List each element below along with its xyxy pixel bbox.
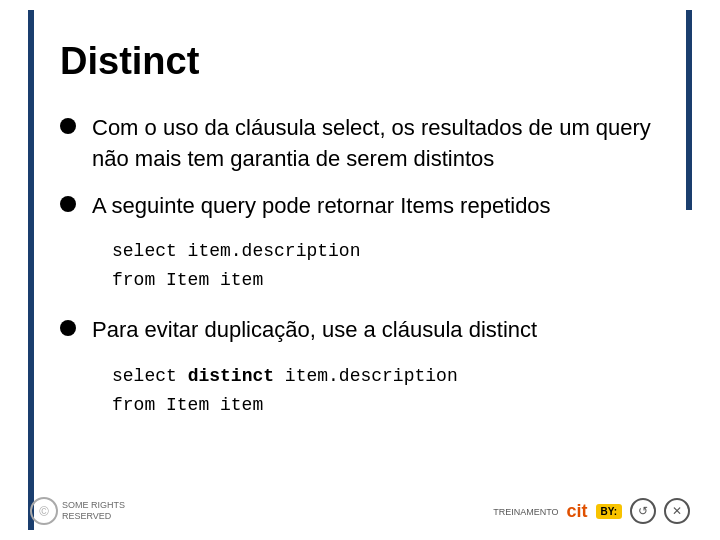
code-block-2: select distinct item.description from It… — [112, 362, 670, 420]
code-line-2b: from Item item — [112, 391, 670, 420]
code-item-desc: item.description — [274, 366, 458, 386]
code-distinct-keyword: distinct — [188, 366, 274, 386]
code-line-1a: select item.description — [112, 237, 670, 266]
slide-title: Distinct — [60, 40, 670, 83]
footer: © SOME RIGHTS RESERVED TREINAMENTO cit B… — [0, 497, 720, 525]
nd-icon: ✕ — [664, 498, 690, 524]
by-badge: BY: — [596, 504, 622, 519]
bullet-item-2: A seguinte query pode retornar Items rep… — [60, 191, 670, 222]
code-line-2a: select distinct item.description — [112, 362, 670, 391]
bullet-dot-1 — [60, 118, 76, 134]
bullet-dot-3 — [60, 320, 76, 336]
code-line-1b: from Item item — [112, 266, 670, 295]
bullet-text-2: A seguinte query pode retornar Items rep… — [92, 191, 551, 222]
bullet-text-3: Para evitar duplicação, use a cláusula d… — [92, 315, 537, 346]
top-right-accent-bar — [686, 10, 692, 210]
footer-right: TREINAMENTO cit BY: ↺ ✕ — [493, 498, 690, 524]
sa-icon: ↺ — [630, 498, 656, 524]
code-block-1: select item.description from Item item — [112, 237, 670, 295]
slide: Distinct Com o uso da cláusula select, o… — [0, 0, 720, 540]
bullet-dot-2 — [60, 196, 76, 212]
footer-logo1: TREINAMENTO — [493, 504, 558, 518]
left-accent-bar — [28, 10, 34, 530]
code-select: select — [112, 366, 188, 386]
bullet-item-3: Para evitar duplicação, use a cláusula d… — [60, 315, 670, 346]
footer-cit-logo: cit — [567, 501, 588, 522]
cc-license: © SOME RIGHTS RESERVED — [30, 497, 142, 525]
cc-text: SOME RIGHTS RESERVED — [62, 500, 142, 522]
cc-icon: © — [30, 497, 58, 525]
bullet-item-1: Com o uso da cláusula select, os resulta… — [60, 113, 670, 175]
slide-content: Com o uso da cláusula select, os resulta… — [60, 113, 670, 419]
bullet-text-1: Com o uso da cláusula select, os resulta… — [92, 113, 670, 175]
